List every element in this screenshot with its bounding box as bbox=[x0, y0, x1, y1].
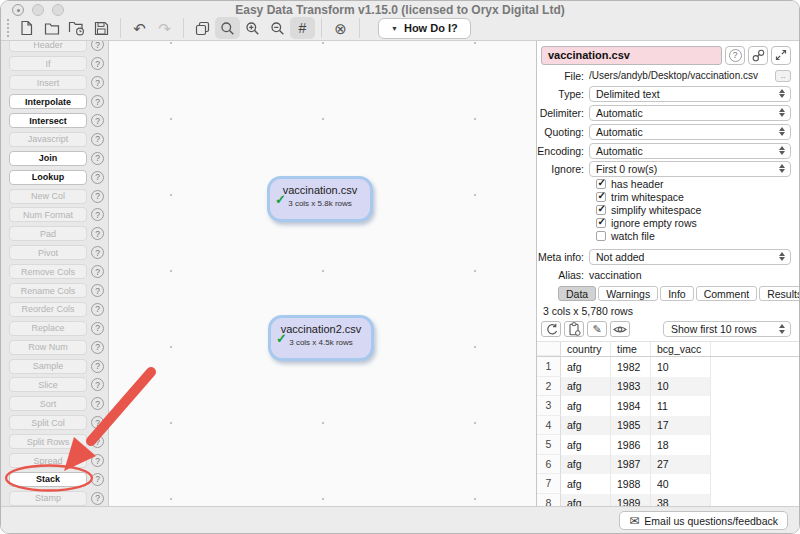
zoom-out-button[interactable] bbox=[265, 17, 290, 39]
help-icon[interactable]: ? bbox=[91, 190, 104, 203]
help-icon[interactable]: ? bbox=[91, 171, 104, 184]
help-icon[interactable]: ? bbox=[91, 57, 104, 70]
browse-file-button[interactable]: .. bbox=[775, 70, 791, 82]
help-icon[interactable]: ? bbox=[91, 397, 104, 410]
dataset-node-vaccination2[interactable]: ✓ vaccination2.csv 3 cols x 4.5k rows bbox=[268, 315, 374, 361]
cancel-button[interactable]: ⊗ bbox=[328, 17, 353, 39]
cell: 40 bbox=[651, 474, 711, 494]
sidebar-item-lookup[interactable]: Lookup bbox=[9, 170, 87, 185]
help-icon[interactable]: ? bbox=[91, 76, 104, 89]
cell: afg bbox=[561, 494, 611, 507]
type-select[interactable]: Delimited text bbox=[589, 86, 791, 102]
encoding-select[interactable]: Automatic bbox=[589, 143, 791, 159]
eye-icon bbox=[613, 324, 627, 335]
column-header-time[interactable]: time bbox=[611, 342, 651, 356]
tab-comment[interactable]: Comment bbox=[696, 286, 758, 301]
toolbar-separator bbox=[321, 18, 322, 38]
data-table[interactable]: country time bcg_vacc 1afg198210 2afg198… bbox=[537, 341, 799, 506]
help-icon[interactable]: ? bbox=[91, 435, 104, 448]
view-button[interactable] bbox=[610, 321, 630, 337]
trim-whitespace-checkbox[interactable] bbox=[596, 192, 606, 202]
quoting-select[interactable]: Automatic bbox=[589, 124, 791, 140]
help-icon[interactable]: ? bbox=[91, 454, 104, 467]
help-icon[interactable]: ? bbox=[91, 41, 104, 51]
clipboard-icon bbox=[568, 322, 581, 336]
sidebar-item-interpolate[interactable]: Interpolate bbox=[9, 94, 87, 109]
row-number: 5 bbox=[537, 435, 561, 455]
tab-results[interactable]: Results bbox=[759, 286, 800, 301]
help-button[interactable]: ? bbox=[725, 46, 745, 65]
column-header-bcg-vacc[interactable]: bcg_vacc bbox=[651, 342, 711, 356]
item-name-row: vaccination.csv ? bbox=[537, 45, 799, 65]
sidebar-item-rename-cols: Rename Cols bbox=[9, 283, 87, 298]
recent-files-button[interactable] bbox=[64, 17, 89, 39]
help-icon[interactable]: ? bbox=[91, 378, 104, 391]
tab-data[interactable]: Data bbox=[558, 286, 596, 301]
help-icon[interactable]: ? bbox=[91, 341, 104, 354]
sidebar-item-intersect[interactable]: Intersect bbox=[9, 113, 87, 128]
help-icon[interactable]: ? bbox=[91, 416, 104, 429]
data-toolbar: ✎ Show first 10 rows bbox=[541, 321, 791, 337]
simplify-whitespace-checkbox[interactable] bbox=[596, 205, 606, 215]
help-icon[interactable]: ? bbox=[91, 95, 104, 108]
toggle-grid-button[interactable]: # bbox=[290, 17, 315, 39]
table-row: 8afg198938 bbox=[537, 494, 799, 507]
inspector-panel: vaccination.csv ? File: /Users/andyb/Des… bbox=[537, 41, 799, 506]
copy-to-clipboard-button[interactable] bbox=[564, 321, 584, 337]
help-icon[interactable]: ? bbox=[91, 152, 104, 165]
main-area: Header? If? Insert? Interpolate? Interse… bbox=[1, 41, 799, 506]
alias-value[interactable]: vaccination bbox=[589, 269, 642, 281]
feedback-button[interactable]: ✉ Email us questions/feedback bbox=[619, 511, 788, 530]
find-button[interactable] bbox=[215, 17, 240, 39]
delimiter-select[interactable]: Automatic bbox=[589, 105, 791, 121]
cell: 1982 bbox=[611, 357, 651, 377]
tab-warnings[interactable]: Warnings bbox=[598, 286, 658, 301]
help-icon[interactable]: ? bbox=[91, 246, 104, 259]
meta-info-select[interactable]: Not added bbox=[589, 249, 791, 265]
save-button[interactable] bbox=[89, 17, 114, 39]
toolbar-drag-handle[interactable] bbox=[7, 19, 10, 37]
tab-info[interactable]: Info bbox=[660, 286, 694, 301]
undo-button[interactable]: ↶ bbox=[127, 17, 152, 39]
ignore-empty-rows-checkbox[interactable] bbox=[596, 218, 606, 228]
edit-button[interactable]: ✎ bbox=[587, 321, 607, 337]
help-icon[interactable]: ? bbox=[91, 473, 104, 486]
stepper-icon bbox=[775, 108, 785, 118]
help-icon[interactable]: ? bbox=[91, 284, 104, 297]
redo-button[interactable]: ↷ bbox=[152, 17, 177, 39]
how-do-i-button[interactable]: ▼ How Do I? bbox=[378, 18, 471, 39]
help-icon[interactable]: ? bbox=[91, 360, 104, 373]
row-number: 3 bbox=[537, 396, 561, 416]
duplicate-button[interactable] bbox=[190, 17, 215, 39]
help-icon[interactable]: ? bbox=[91, 208, 104, 221]
refresh-button[interactable] bbox=[541, 321, 561, 337]
cell: 1987 bbox=[611, 455, 651, 475]
expand-button[interactable] bbox=[771, 46, 791, 65]
watch-file-checkbox[interactable] bbox=[596, 231, 606, 241]
help-icon[interactable]: ? bbox=[91, 322, 104, 335]
new-file-button[interactable] bbox=[14, 17, 39, 39]
table-row: 1afg198210 bbox=[537, 357, 799, 377]
dataset-node-vaccination[interactable]: ✓ vaccination.csv 3 cols x 5.8k rows bbox=[267, 176, 373, 222]
help-icon[interactable]: ? bbox=[91, 492, 104, 505]
zoom-in-button[interactable] bbox=[240, 17, 265, 39]
column-header-country[interactable]: country bbox=[561, 342, 611, 356]
open-file-button[interactable] bbox=[39, 17, 64, 39]
ignore-row: Ignore: First 0 row(s) bbox=[537, 160, 799, 177]
sidebar-item-pivot: Pivot bbox=[9, 245, 87, 260]
search-icon bbox=[220, 21, 235, 36]
help-icon[interactable]: ? bbox=[91, 133, 104, 146]
help-icon[interactable]: ? bbox=[91, 265, 104, 278]
help-icon[interactable]: ? bbox=[91, 114, 104, 127]
rows-filter-select[interactable]: Show first 10 rows bbox=[663, 321, 791, 337]
flow-canvas[interactable]: ✓ vaccination.csv 3 cols x 5.8k rows ✓ v… bbox=[109, 41, 537, 506]
sidebar-item-stack[interactable]: Stack bbox=[9, 472, 87, 487]
ignore-rows-stepper[interactable]: First 0 row(s) bbox=[589, 161, 791, 177]
link-button[interactable] bbox=[748, 46, 768, 65]
item-name-field[interactable]: vaccination.csv bbox=[541, 46, 722, 65]
cell: 27 bbox=[651, 455, 711, 475]
help-icon[interactable]: ? bbox=[91, 303, 104, 316]
has-header-checkbox[interactable] bbox=[596, 179, 606, 189]
help-icon[interactable]: ? bbox=[91, 227, 104, 240]
sidebar-item-join[interactable]: Join bbox=[9, 151, 87, 166]
